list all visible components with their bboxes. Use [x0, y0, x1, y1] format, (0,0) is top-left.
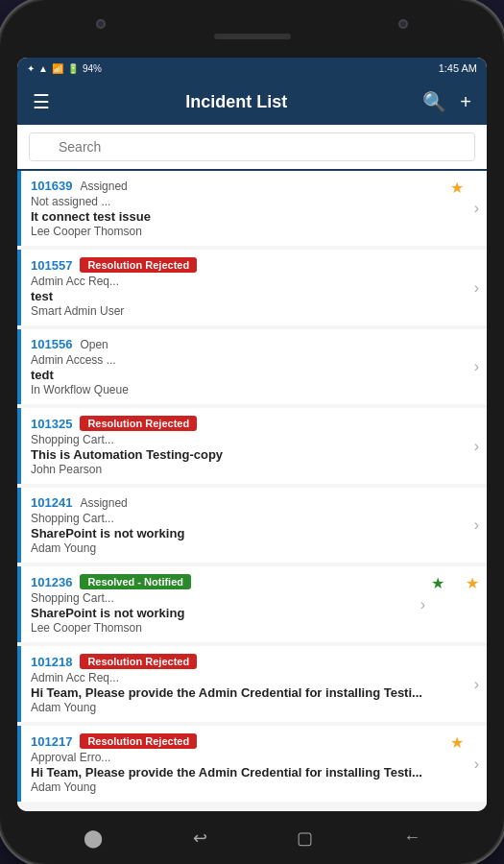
incident-sub: Admin Access ... [31, 353, 477, 367]
incident-top-row: 101218 Resolution Rejected [31, 654, 477, 669]
status-badge: Resolution Rejected [80, 257, 197, 273]
incident-top-row: 101241 Assigned [31, 495, 477, 510]
status-badge: Resolution Rejected [80, 654, 197, 669]
header-title: Incident List [185, 92, 287, 112]
incident-sub: Approval Erro... [31, 751, 477, 764]
incident-number: 101218 [31, 655, 72, 669]
star-icon: ★ [450, 733, 464, 752]
incident-number: 101557 [31, 258, 72, 273]
incident-sub: Admin Acc Req... [31, 275, 477, 288]
square-nav-button[interactable]: ▢ [297, 828, 313, 849]
incident-top-row: 101639 Assigned [31, 179, 477, 193]
incident-top-row: 101236 Resolved - Notified [31, 574, 477, 589]
incident-user: In Workflow Queue [31, 383, 477, 396]
incident-user: Lee Cooper Thomson [31, 621, 477, 635]
incident-number: 101241 [31, 495, 72, 510]
incident-item[interactable]: 101217 Resolution Rejected Approval Erro… [17, 726, 487, 802]
incident-user: John Pearson [31, 463, 477, 476]
phone-bottom-nav: ⬤ ↩ ▢ ← [0, 811, 504, 864]
bluetooth-icon: ✦ [27, 63, 35, 74]
incident-top-row: 101557 Resolution Rejected [31, 257, 477, 273]
phone-top [0, 0, 504, 58]
status-badge: Resolution Rejected [80, 416, 197, 431]
incident-user: Adam Young [31, 701, 477, 714]
incident-number: 101217 [31, 734, 72, 749]
incident-title: tedt [31, 368, 477, 382]
search-bar: 🔍 [17, 125, 487, 171]
chevron-icon: › [474, 676, 479, 693]
incident-user: Smart Admin User [31, 304, 477, 318]
search-input[interactable] [29, 132, 475, 161]
incident-user: Adam Young [31, 541, 477, 555]
status-badge: Resolved - Notified [80, 574, 191, 589]
incident-sub: Admin Acc Req... [31, 671, 477, 684]
header-icons: 🔍 + [422, 90, 471, 113]
chevron-icon: › [474, 756, 479, 773]
incident-sub: Shopping Cart... [31, 591, 477, 605]
battery-icon: 🔋 [67, 63, 79, 74]
camera-right [398, 19, 408, 29]
battery-percent: 94% [83, 63, 102, 74]
chevron-icon: › [474, 358, 479, 375]
incident-status: Assigned [80, 180, 127, 193]
incident-item[interactable]: 101325 Resolution Rejected Shopping Cart… [17, 408, 487, 484]
app-header: ☰ Incident List 🔍 + [17, 79, 487, 125]
incident-title: It connect test issue [31, 209, 477, 224]
header-search-icon[interactable]: 🔍 [422, 90, 446, 113]
phone-speaker [214, 34, 291, 39]
incident-title: test [31, 289, 477, 303]
incident-item[interactable]: 101241 Assigned Shopping Cart... SharePo… [17, 488, 487, 563]
incident-sub: Not assigned ... [31, 195, 477, 208]
incident-user: Lee Cooper Thomson [31, 225, 477, 238]
back-nav-button[interactable]: ↩ [193, 828, 207, 849]
incident-title: SharePoint is not working [31, 606, 477, 620]
incident-status: Open [80, 338, 108, 351]
chevron-icon: › [474, 279, 479, 297]
incident-number: 101236 [31, 575, 72, 589]
phone-screen: ✦ ▲ 📶 🔋 94% 1:45 AM ☰ Incident List 🔍 + … [17, 58, 487, 811]
incident-number: 101556 [31, 337, 72, 351]
incident-item[interactable]: 101557 Resolution Rejected Admin Acc Req… [17, 250, 487, 325]
camera-left [96, 19, 106, 29]
incident-title: Hi Team, Please provide the Admin Creden… [31, 685, 477, 700]
chevron-icon: › [420, 596, 425, 613]
incident-item[interactable]: 101556 Open Admin Access ... tedt In Wor… [17, 329, 487, 404]
search-wrapper: 🔍 [29, 132, 475, 161]
incident-title: This is Automation Testing-copy [31, 447, 477, 462]
signal-icon: ▲ [38, 63, 48, 74]
incident-sub: Shopping Cart... [31, 433, 477, 446]
header-add-icon[interactable]: + [460, 91, 471, 113]
incident-sub: Shopping Cart... [31, 512, 477, 525]
incident-number: 101325 [31, 417, 72, 431]
menu-icon[interactable]: ☰ [33, 90, 50, 113]
incident-item[interactable]: 101236 Resolved - Notified Shopping Cart… [17, 566, 487, 642]
incident-top-row: 101217 Resolution Rejected [31, 733, 477, 749]
chevron-icon: › [474, 438, 479, 455]
incident-top-row: 101325 Resolution Rejected [31, 416, 477, 431]
chevron-icon: › [474, 516, 479, 534]
incident-title: SharePoint is not working [31, 526, 477, 540]
incident-item[interactable]: 101639 Assigned Not assigned ... It conn… [17, 171, 487, 246]
phone-frame: ✦ ▲ 📶 🔋 94% 1:45 AM ☰ Incident List 🔍 + … [0, 0, 504, 864]
incident-item[interactable]: 101218 Resolution Rejected Admin Acc Req… [17, 646, 487, 722]
home-nav-button[interactable]: ⬤ [84, 828, 103, 849]
status-badge: Resolution Rejected [80, 733, 197, 749]
star-green-icon: ★ [431, 574, 444, 592]
status-time: 1:45 AM [439, 62, 477, 74]
status-left-icons: ✦ ▲ 📶 🔋 94% [27, 63, 102, 74]
star-icon: ★ [450, 179, 464, 197]
incident-list: 101639 Assigned Not assigned ... It conn… [17, 171, 487, 811]
wifi-icon: 📶 [52, 63, 63, 74]
arrow-nav-button[interactable]: ← [403, 828, 420, 848]
incident-number: 101639 [31, 179, 72, 193]
incident-status: Assigned [80, 496, 127, 510]
incident-user: Adam Young [31, 780, 477, 794]
incident-title: Hi Team, Please provide the Admin Creden… [31, 765, 477, 780]
incident-top-row: 101556 Open [31, 337, 477, 351]
status-bar: ✦ ▲ 📶 🔋 94% 1:45 AM [17, 58, 487, 79]
chevron-icon: › [474, 200, 479, 217]
star-yellow-icon: ★ [466, 574, 479, 592]
